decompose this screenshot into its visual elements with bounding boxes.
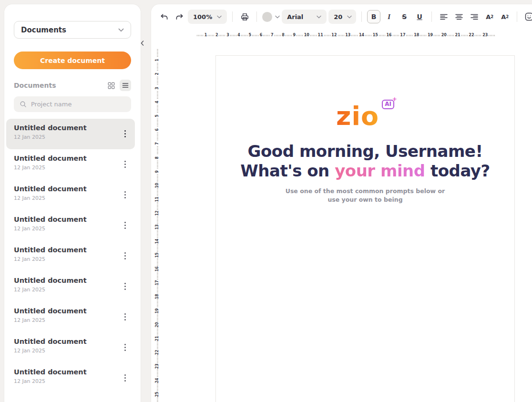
ruler-number: 22 — [155, 350, 159, 355]
print-button[interactable] — [238, 10, 251, 23]
ruler-ticks — [157, 161, 158, 169]
underline-button[interactable]: U — [413, 10, 426, 23]
superscript-button[interactable]: A2 — [483, 10, 496, 23]
document-list-item[interactable]: Untitled document 12 Jan 2025 — [6, 271, 135, 302]
greeting-subtitle: Use one of the most common prompts below… — [216, 187, 514, 204]
ruler-number: 23 — [482, 33, 488, 37]
document-list-item[interactable]: Untitled document 12 Jan 2025 — [6, 241, 135, 271]
ruler-number: 9 — [293, 33, 296, 37]
document-menu-button[interactable] — [119, 307, 131, 326]
document-list-item[interactable]: Untitled document 12 Jan 2025 — [6, 180, 135, 210]
subscript-button[interactable]: A2 — [498, 10, 512, 23]
document-list-item[interactable]: Untitled document 12 Jan 2025 — [6, 119, 135, 149]
document-search — [14, 96, 131, 112]
align-center-button[interactable] — [452, 10, 466, 23]
ruler-number: 6 — [155, 128, 159, 131]
bold-button[interactable]: B — [367, 10, 380, 23]
text-color-select[interactable] — [262, 12, 280, 22]
doc-title: Untitled document — [14, 277, 87, 284]
doc-date: 12 Jan 2025 — [14, 195, 87, 201]
ruler-number: 3 — [226, 33, 229, 37]
align-right-button[interactable] — [468, 10, 481, 23]
doc-title: Untitled document — [14, 246, 87, 254]
ruler-ticks — [157, 188, 158, 196]
document-menu-button[interactable] — [119, 216, 131, 235]
chevron-down-icon — [118, 28, 124, 32]
doc-title: Untitled document — [14, 338, 87, 345]
undo-button[interactable] — [157, 10, 171, 23]
ruler-ticks — [157, 91, 158, 99]
ruler-ticks — [489, 35, 495, 36]
ruler-number: 8 — [155, 156, 159, 159]
doc-date: 12 Jan 2025 — [14, 348, 87, 354]
ruler-number: 19 — [155, 308, 159, 313]
chevron-down-icon — [275, 15, 280, 19]
ruler-number: 9 — [155, 170, 159, 173]
toolbar-divider — [517, 11, 517, 22]
ruler-ticks — [230, 35, 237, 36]
ruler-ticks — [157, 299, 158, 308]
workspace-selector[interactable]: Documents — [14, 21, 131, 39]
ruler-number: 5 — [155, 114, 159, 117]
doc-date: 12 Jan 2025 — [14, 317, 87, 323]
document-menu-button[interactable] — [119, 155, 131, 174]
doc-date: 12 Jan 2025 — [14, 165, 87, 171]
ruler-number: 10 — [155, 183, 159, 188]
color-swatch-icon — [262, 12, 272, 22]
ruler-ticks — [420, 35, 427, 36]
ruler-number: 19 — [428, 33, 433, 37]
document-menu-button[interactable] — [119, 277, 131, 296]
ruler-number: 14 — [359, 33, 364, 37]
document-list-item[interactable]: Untitled document 12 Jan 2025 — [6, 149, 135, 180]
ruler-ticks — [157, 63, 158, 71]
document-page[interactable]: zio AI Good morning, Username! What's on… — [215, 55, 515, 402]
list-view-icon[interactable] — [120, 80, 131, 91]
ruler-ticks — [157, 286, 158, 294]
document-list-item[interactable]: Untitled document 12 Jan 2025 — [6, 332, 135, 363]
ruler-number: 15 — [373, 33, 378, 37]
ruler-ticks — [351, 35, 358, 36]
doc-title: Untitled document — [14, 216, 87, 223]
create-document-button[interactable]: Create document — [14, 52, 131, 69]
redo-button[interactable] — [173, 10, 186, 23]
document-list-item[interactable]: Untitled document 12 Jan 2025 — [6, 302, 135, 332]
emoji-icon[interactable] — [522, 10, 532, 23]
ruler-ticks — [475, 35, 481, 36]
collapse-sidebar-button[interactable] — [138, 38, 146, 48]
document-menu-button[interactable] — [119, 124, 131, 143]
document-menu-button[interactable] — [119, 185, 131, 204]
ruler-number: 21 — [455, 33, 460, 37]
document-menu-button[interactable] — [119, 246, 131, 265]
toolbar: 100% Arial 20 B I S — [151, 4, 532, 29]
ruler-number: 21 — [155, 336, 159, 341]
document-list-item[interactable]: Untitled document 12 Jan 2025 — [6, 363, 135, 393]
ruler-ticks — [252, 35, 259, 36]
document-menu-button[interactable] — [119, 338, 131, 357]
align-left-button[interactable] — [437, 10, 450, 23]
document-menu-button[interactable] — [119, 368, 131, 387]
font-family-select[interactable]: Arial — [282, 10, 327, 24]
document-list-item[interactable]: Untitled document 12 Jan 2025 — [6, 210, 135, 241]
horizontal-ruler: 1234567891011121314151617181920212223 — [151, 29, 532, 41]
doc-title: Untitled document — [14, 155, 87, 162]
doc-date: 12 Jan 2025 — [14, 256, 87, 262]
zoom-select[interactable]: 100% — [188, 10, 227, 24]
ruler-number: 5 — [249, 33, 252, 37]
font-size-select[interactable]: 20 — [328, 10, 356, 24]
ruler-ticks — [157, 119, 158, 127]
chevron-down-icon — [347, 15, 352, 19]
ruler-ticks — [157, 216, 158, 224]
search-input[interactable] — [31, 101, 125, 108]
ruler-number: 25 — [155, 392, 159, 397]
ruler-ticks — [365, 35, 372, 36]
grid-view-icon[interactable] — [105, 80, 117, 91]
ruler-number: 17 — [155, 280, 159, 286]
ruler-number: 14 — [155, 238, 159, 244]
ruler-number: 1 — [155, 59, 159, 62]
italic-button[interactable]: I — [382, 10, 396, 23]
strikethrough-button[interactable]: S — [398, 10, 411, 23]
font-size-value: 20 — [334, 13, 342, 21]
toolbar-divider — [431, 11, 432, 22]
ruler-ticks — [241, 35, 248, 36]
ruler-ticks — [461, 35, 468, 36]
